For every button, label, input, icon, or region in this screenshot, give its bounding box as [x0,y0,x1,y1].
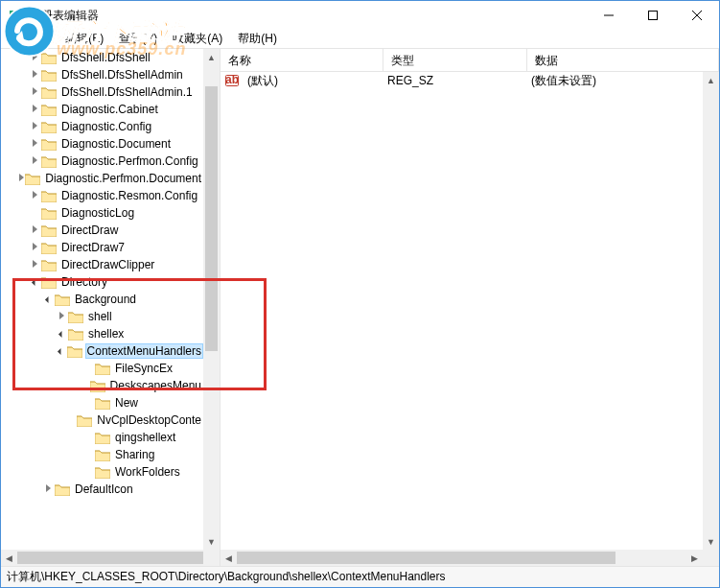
tree-node[interactable]: Directory [1,273,203,291]
chevron-down-icon[interactable] [28,277,41,287]
string-value-icon: ab [224,73,240,88]
tree-node[interactable]: New [1,394,203,412]
menu-help[interactable]: 帮助(H) [230,29,285,49]
folder-icon [41,224,57,237]
tree-node-label: WorkFolders [113,465,182,479]
registry-tree[interactable]: DfsShell.DfsShellDfsShell.DfsShellAdminD… [1,49,203,550]
chevron-down-icon[interactable] [41,294,55,304]
chevron-right-icon[interactable] [28,156,41,166]
tree-node[interactable]: DirectDrawClipper [1,256,203,273]
tree-node-label: shellex [86,327,126,341]
maximize-button[interactable] [631,1,675,30]
tree-node[interactable]: DeskscapesMenu [1,377,203,394]
chevron-right-icon[interactable] [28,70,41,80]
tree-node[interactable]: DfsShell.DfsShellAdmin [1,66,203,83]
tree-node[interactable]: qingshellext [1,429,203,446]
scroll-down-icon[interactable]: ▼ [703,533,719,550]
folder-icon [41,52,57,64]
app-icon [9,8,24,23]
tree-node[interactable]: DfsShell.DfsShell [1,49,203,66]
folder-icon [95,466,110,479]
chevron-right-icon[interactable] [28,139,41,149]
tree-node-label: Diagnostic.Config [59,120,153,133]
tree-horizontal-scrollbar[interactable]: ◀ ▶ [1,550,203,566]
column-type[interactable]: 类型 [383,49,527,71]
scroll-left-icon[interactable]: ◀ [221,550,237,566]
folder-icon [55,294,70,306]
scroll-down-icon[interactable]: ▼ [203,533,220,550]
tree-node[interactable]: DefaultIcon [1,481,203,498]
chevron-right-icon[interactable] [28,53,41,62]
list-vertical-scrollbar[interactable]: ▲ ▼ [703,72,719,550]
svg-text:ab: ab [225,73,239,86]
tree-node[interactable]: NvCplDesktopConte [1,412,203,429]
tree-node-label: DirectDraw7 [59,241,127,254]
titlebar[interactable]: 注册表编辑器 [1,1,719,30]
column-name[interactable]: 名称 [221,49,383,71]
chevron-right-icon[interactable] [28,260,41,270]
chevron-right-icon[interactable] [28,243,41,252]
folder-icon [41,207,57,220]
folder-icon [95,397,110,410]
tree-node-label: qingshellext [113,431,177,444]
tree-node-label: New [113,396,140,410]
scroll-up-icon[interactable]: ▲ [703,72,719,88]
cell-name: (默认) [244,73,383,89]
tree-node[interactable]: DiagnosticLog [1,204,203,222]
tree-node[interactable]: Diagnostic.Perfmon.Document [1,170,203,187]
list-horizontal-scrollbar[interactable]: ◀ ▶ [221,550,703,566]
menu-favorites[interactable]: 收藏夹(A) [165,29,230,49]
cell-type: REG_SZ [383,74,527,87]
chevron-right-icon[interactable] [28,105,41,114]
minimize-button[interactable] [587,1,631,30]
tree-node[interactable]: DfsShell.DfsShellAdmin.1 [1,83,203,101]
tree-node-label: DiagnosticLog [59,206,136,220]
chevron-right-icon[interactable] [17,174,25,183]
tree-node[interactable]: Diagnostic.Perfmon.Config [1,153,203,170]
list-body[interactable]: ab(默认)REG_SZ(数值未设置) [221,72,703,550]
chevron-right-icon[interactable] [28,191,41,200]
chevron-right-icon[interactable] [28,87,41,97]
folder-icon [41,155,57,168]
menu-edit[interactable]: 编辑(E) [58,29,111,49]
tree-node-label: DeskscapesMenu [108,379,203,392]
scroll-up-icon[interactable]: ▲ [203,49,220,65]
chevron-down-icon[interactable] [55,329,68,339]
folder-icon [41,86,57,99]
tree-node-label: shell [86,310,114,323]
tree-pane: DfsShell.DfsShellDfsShell.DfsShellAdminD… [1,49,221,566]
tree-node[interactable]: Background [1,291,203,308]
tree-node[interactable]: ContextMenuHandlers [1,342,203,360]
chevron-right-icon[interactable] [28,225,41,235]
statusbar: 计算机\HKEY_CLASSES_ROOT\Directory\Backgrou… [1,566,719,587]
tree-node[interactable]: WorkFolders [1,463,203,481]
chevron-right-icon[interactable] [41,484,55,494]
folder-icon [95,449,110,461]
tree-node-label: FileSyncEx [113,362,174,375]
tree-node[interactable]: Diagnostic.Cabinet [1,101,203,118]
tree-vertical-scrollbar[interactable]: ▲ ▼ [203,49,220,550]
tree-node[interactable]: Sharing [1,446,203,463]
window-buttons [587,1,719,30]
tree-node[interactable]: Diagnostic.Resmon.Config [1,187,203,204]
tree-node-label: Diagnostic.Perfmon.Document [43,172,203,185]
chevron-down-icon[interactable] [56,346,66,356]
chevron-right-icon[interactable] [55,312,68,321]
close-button[interactable] [675,1,719,30]
menu-view[interactable]: 查看(V) [111,29,165,49]
list-row[interactable]: ab(默认)REG_SZ(数值未设置) [221,72,703,89]
tree-node[interactable]: DirectDraw [1,222,203,239]
tree-node[interactable]: Diagnostic.Config [1,118,203,135]
chevron-right-icon[interactable] [28,122,41,131]
tree-node[interactable]: shellex [1,325,203,342]
folder-icon [41,190,57,202]
scroll-left-icon[interactable]: ◀ [1,550,17,566]
scroll-right-icon[interactable]: ▶ [686,550,703,566]
column-data[interactable]: 数据 [527,49,719,71]
list-header[interactable]: 名称 类型 数据 [221,49,719,72]
menu-file[interactable]: 文件(F) [5,29,58,49]
tree-node[interactable]: DirectDraw7 [1,239,203,256]
tree-node[interactable]: FileSyncEx [1,360,203,377]
tree-node[interactable]: shell [1,308,203,325]
tree-node[interactable]: Diagnostic.Document [1,135,203,153]
